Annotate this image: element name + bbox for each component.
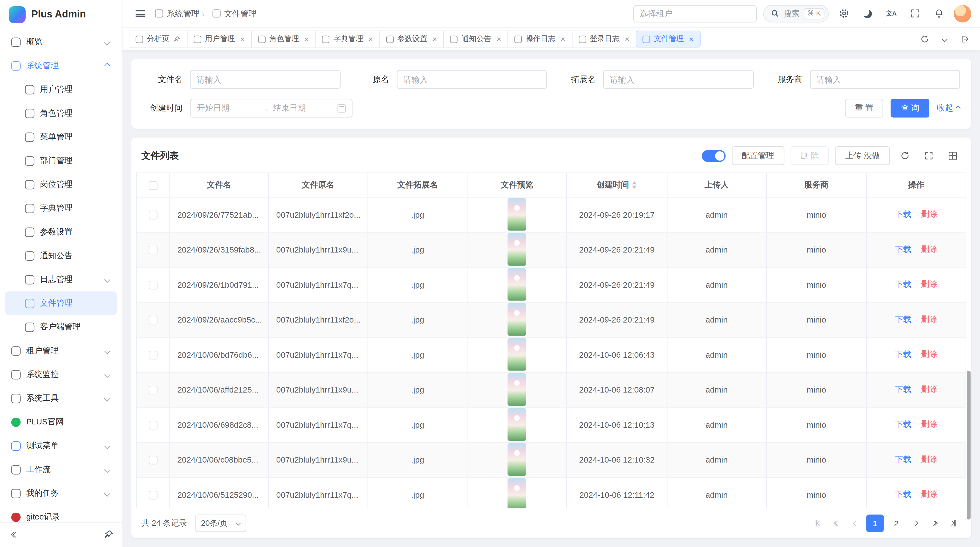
- delete-link[interactable]: 删除: [921, 209, 937, 219]
- page-size-select[interactable]: 20条/页: [195, 515, 246, 532]
- row-checkbox[interactable]: [149, 246, 158, 254]
- download-link[interactable]: 下载: [895, 314, 912, 324]
- download-link[interactable]: 下载: [895, 244, 912, 254]
- sidebar-item[interactable]: 系统工具: [5, 386, 117, 410]
- delete-link[interactable]: 删除: [921, 244, 937, 254]
- pagination-first-button[interactable]: [810, 515, 826, 532]
- download-link[interactable]: 下载: [895, 419, 912, 429]
- table-fullscreen-icon[interactable]: [920, 147, 937, 164]
- sidebar-item[interactable]: 租户管理: [5, 339, 117, 363]
- file-preview-thumbnail[interactable]: [508, 478, 527, 508]
- logo[interactable]: Plus Admin: [0, 0, 122, 29]
- delete-link[interactable]: 删除: [921, 419, 937, 429]
- pagination-page-button[interactable]: 1: [866, 515, 884, 532]
- sidebar-item[interactable]: PLUS官网: [5, 410, 117, 434]
- download-link[interactable]: 下载: [895, 349, 912, 359]
- config-manage-button[interactable]: 配置管理: [732, 146, 784, 165]
- page-tab[interactable]: 参数设置 ×: [379, 30, 444, 48]
- tab-close-icon[interactable]: ×: [496, 35, 501, 43]
- row-checkbox[interactable]: [149, 421, 158, 429]
- tab-close-icon[interactable]: ×: [240, 35, 245, 43]
- sidebar-item[interactable]: 测试菜单: [5, 434, 117, 458]
- filter-field-input[interactable]: [397, 70, 547, 89]
- sidebar-item[interactable]: 部门管理: [5, 149, 117, 172]
- bell-icon[interactable]: [930, 5, 947, 22]
- row-checkbox[interactable]: [149, 491, 158, 499]
- delete-link[interactable]: 删除: [921, 279, 937, 289]
- sidebar-item[interactable]: 通知公告: [5, 244, 117, 268]
- translate-icon[interactable]: 文A: [883, 5, 900, 22]
- tab-close-icon[interactable]: ×: [560, 35, 565, 43]
- row-checkbox[interactable]: [149, 386, 158, 394]
- sidebar-item[interactable]: 系统监控: [5, 363, 117, 386]
- file-preview-thumbnail[interactable]: [508, 443, 527, 476]
- config-toggle[interactable]: [702, 150, 725, 162]
- close-panel-icon[interactable]: [955, 30, 974, 48]
- row-checkbox[interactable]: [149, 281, 158, 289]
- row-checkbox[interactable]: [149, 211, 158, 219]
- tab-close-icon[interactable]: ×: [625, 35, 629, 43]
- collapse-filter-link[interactable]: 收起: [937, 102, 960, 113]
- file-preview-thumbnail[interactable]: [508, 198, 527, 230]
- delete-link[interactable]: 删除: [921, 490, 937, 499]
- tabs-menu-icon[interactable]: [935, 30, 954, 48]
- file-preview-thumbnail[interactable]: [508, 303, 527, 336]
- row-checkbox[interactable]: [149, 456, 158, 464]
- gear-icon[interactable]: [835, 5, 852, 22]
- upload-button[interactable]: 上传 没做: [835, 146, 890, 165]
- filter-field-input[interactable]: [603, 70, 754, 89]
- pagination-page-button[interactable]: 2: [888, 515, 905, 532]
- tab-close-icon[interactable]: ×: [304, 35, 309, 43]
- page-tab[interactable]: 用户管理 ×: [187, 30, 251, 48]
- row-checkbox[interactable]: [149, 316, 158, 324]
- sidebar-item[interactable]: 日志管理: [5, 268, 117, 291]
- avatar[interactable]: [954, 5, 971, 22]
- sidebar-item[interactable]: 文件管理: [5, 291, 117, 315]
- sidebar-item[interactable]: 工作流: [5, 458, 117, 482]
- pagination-prev-group-button[interactable]: [829, 515, 845, 532]
- pagination-next-button[interactable]: [908, 515, 924, 532]
- page-tab[interactable]: 通知公告 ×: [444, 30, 508, 48]
- sidebar-item[interactable]: 我的任务: [5, 482, 117, 505]
- refresh-table-icon[interactable]: [896, 147, 913, 164]
- pagination-prev-button[interactable]: [848, 515, 864, 532]
- download-link[interactable]: 下载: [895, 384, 912, 394]
- page-tab[interactable]: 分析页 ×: [129, 30, 188, 48]
- sidebar-item[interactable]: 客户端管理: [5, 315, 117, 339]
- column-settings-icon[interactable]: [944, 147, 961, 164]
- sidebar-item[interactable]: 用户管理: [5, 78, 117, 101]
- file-preview-thumbnail[interactable]: [508, 338, 527, 371]
- file-preview-thumbnail[interactable]: [508, 373, 527, 406]
- search-button[interactable]: 查 询: [891, 99, 929, 118]
- tab-close-icon[interactable]: ×: [368, 35, 373, 43]
- sidebar-item[interactable]: gitee记录: [5, 505, 117, 522]
- page-tab[interactable]: 操作日志 ×: [508, 30, 572, 48]
- download-link[interactable]: 下载: [895, 455, 912, 464]
- tab-close-icon[interactable]: ×: [689, 35, 694, 43]
- tenant-select[interactable]: 选择租户: [633, 5, 757, 22]
- sidebar-item[interactable]: 菜单管理: [5, 125, 117, 149]
- collapse-sidebar-button[interactable]: [8, 527, 22, 542]
- sidebar-item[interactable]: 角色管理: [5, 101, 117, 125]
- page-tab[interactable]: 字典管理 ×: [315, 30, 380, 48]
- delete-link[interactable]: 删除: [921, 384, 937, 394]
- file-preview-thumbnail[interactable]: [508, 408, 527, 441]
- page-tab[interactable]: 角色管理 ×: [251, 30, 316, 48]
- sidebar-item[interactable]: 字典管理: [5, 196, 117, 220]
- filter-field-input[interactable]: [190, 70, 340, 89]
- file-preview-thumbnail[interactable]: [508, 233, 527, 266]
- download-link[interactable]: 下载: [895, 209, 912, 219]
- download-link[interactable]: 下载: [895, 279, 912, 289]
- sort-icons[interactable]: [632, 182, 637, 189]
- refresh-tabs-icon[interactable]: [915, 30, 934, 48]
- sidebar-item[interactable]: 岗位管理: [5, 172, 117, 196]
- sidebar-item[interactable]: 参数设置: [5, 220, 117, 244]
- breadcrumb-item[interactable]: 文件管理: [199, 8, 256, 19]
- table-scrollbar-thumb[interactable]: [967, 371, 971, 520]
- breadcrumb-item[interactable]: 系统管理: [155, 8, 199, 19]
- download-link[interactable]: 下载: [895, 490, 912, 499]
- dark-mode-moon-icon[interactable]: [859, 5, 876, 22]
- tab-close-icon[interactable]: ×: [432, 35, 437, 43]
- sidebar-item[interactable]: 概览: [5, 30, 117, 54]
- delete-link[interactable]: 删除: [921, 314, 937, 324]
